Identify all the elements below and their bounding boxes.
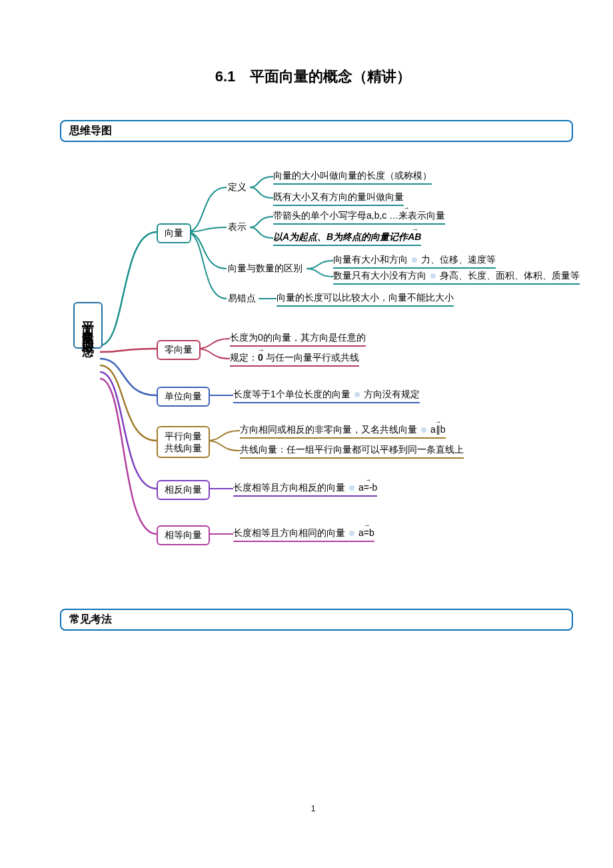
node-opposite-vector: 相反向量 [157,480,210,500]
section-mindmap-header: 思维导图 [60,120,573,142]
root-node: 平面向量的概念 [73,302,103,349]
page-number: 1 [53,804,573,813]
leaf-ab-notation: 以A为起点、B为终点的向量记作AB [273,231,421,246]
node-definition: 定义 [228,181,247,193]
leaf-scalar-no-direction: 数量只有大小没有方向身高、长度、面积、体积、质量等 [333,270,580,285]
leaf-lowercase-letter: 带箭头的单个小写字母a,b,c …来表示向量 [273,210,445,225]
leaf-zero-vector-def: 长度为0的向量，其方向是任意的 [230,332,366,347]
leaf-equal-def: 长度相等且方向相同的向量a=b [233,527,374,542]
parallel-line1: 平行向量 [165,431,202,441]
leaf-zero-parallel: 规定：0 与任一向量平行或共线 [230,352,359,367]
node-vector: 向量 [157,223,191,243]
node-parallel-vector: 平行向量 共线向量 [157,426,210,458]
parallel-line2: 共线向量 [165,443,202,453]
node-zero-vector: 零向量 [157,340,201,360]
leaf-has-direction: 向量有大小和方向力、位移、速度等 [333,254,496,269]
node-mistake: 易错点 [228,293,256,305]
leaf-collinear-def: 共线向量：任一组平行向量都可以平移到同一条直线上 [240,444,464,459]
leaf-magnitude: 向量的大小叫做向量的长度（或称模） [273,170,432,185]
leaf-opposite-def: 长度相等且方向相反的向量a=-b [233,482,377,497]
section-exam-header: 常见考法 [60,609,573,631]
leaf-parallel-def: 方向相同或相反的非零向量，又名共线向量a∥b [240,424,446,439]
node-difference: 向量与数量的区别 [228,263,303,275]
mindmap-diagram: 平面向量的概念 向量 零向量 单位向量 平行向量 共线向量 相反向量 相等向量 … [53,169,573,569]
connector-lines [53,169,573,569]
node-representation: 表示 [228,221,247,233]
leaf-unit-vector-def: 长度等于1个单位长度的向量方向没有规定 [233,389,420,403]
leaf-compare-magnitude: 向量的长度可以比较大小，向量不能比大小 [277,292,454,307]
node-unit-vector: 单位向量 [157,387,210,407]
page-title: 6.1 平面向量的概念（精讲） [53,67,573,87]
node-equal-vector: 相等向量 [157,525,210,545]
